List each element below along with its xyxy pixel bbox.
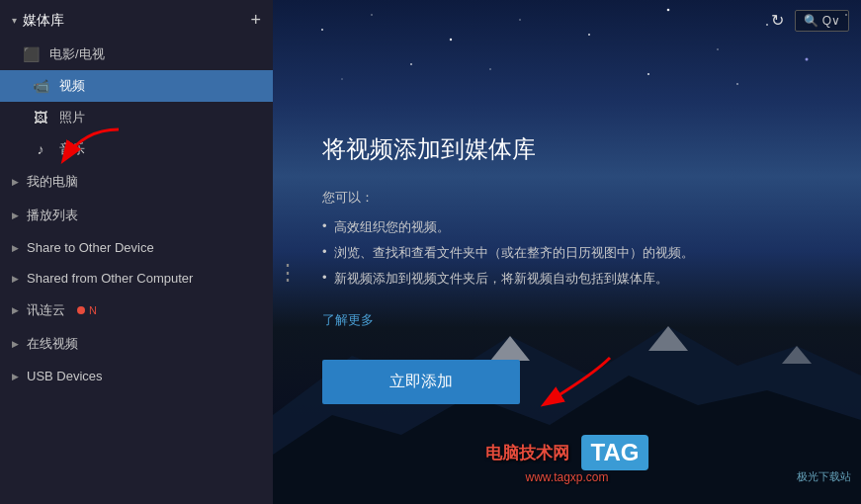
music-icon: ♪ — [32, 141, 49, 157]
watermark-overlay: 电脑技术网 TAG www.tagxp.com — [485, 435, 649, 484]
usb-devices-label: USB Devices — [27, 369, 103, 383]
sidebar-item-xunlian-yun[interactable]: ▶ 讯连云 N — [0, 294, 273, 327]
movies-tv-label: 电影/电视 — [49, 45, 105, 63]
feature-item-2: 浏览、查找和查看文件夹中（或在整齐的日历视图中）的视频。 — [322, 244, 812, 262]
my-computer-chevron-icon: ▶ — [12, 177, 19, 187]
media-library-label: 媒体库 — [23, 12, 64, 30]
watermark-site-name: 电脑技术网 — [485, 442, 569, 464]
feature-list: 高效组织您的视频。 浏览、查找和查看文件夹中（或在整齐的日历视图中）的视频。 新… — [322, 218, 812, 295]
add-media-button[interactable]: + — [250, 10, 261, 31]
search-box[interactable]: 🔍 Q∨ — [795, 10, 849, 32]
sidebar-header: ▾ 媒体库 + — [0, 0, 273, 39]
music-label: 音乐 — [59, 140, 85, 158]
videos-label: 视频 — [59, 77, 85, 95]
usb-devices-chevron-icon: ▶ — [12, 372, 19, 381]
playlist-chevron-icon: ▶ — [12, 210, 19, 220]
watermark-url: www.tagxp.com — [485, 470, 649, 484]
photos-icon: 🖼 — [32, 110, 49, 126]
shared-from-label: Shared from Other Computer — [27, 271, 193, 286]
right-watermark: 极光下载站 — [797, 469, 851, 484]
subtitle-label: 您可以： — [322, 189, 812, 207]
context-menu-dots[interactable]: ⋮ — [273, 252, 302, 294]
refresh-button[interactable]: ↻ — [768, 8, 787, 33]
button-row: 立即添加 — [322, 353, 812, 412]
playlist-label: 播放列表 — [27, 207, 78, 224]
sidebar-item-my-computer[interactable]: ▶ 我的电脑 — [0, 165, 273, 199]
sidebar-item-movies-tv[interactable]: ⬛ 电影/电视 — [0, 39, 273, 70]
sidebar-item-photos[interactable]: 🖼 照片 — [0, 102, 273, 133]
search-icon: 🔍 — [804, 14, 818, 28]
main-toolbar: ↻ 🔍 Q∨ — [273, 0, 861, 41]
xunlian-yun-label: 讯连云 — [27, 301, 65, 319]
sidebar-item-music[interactable]: ♪ 音乐 — [0, 133, 273, 165]
photos-label: 照片 — [59, 109, 85, 126]
sidebar-item-online-video[interactable]: ▶ 在线视频 — [0, 327, 273, 361]
online-video-label: 在线视频 — [27, 335, 78, 353]
watermark-tag-logo: TAG — [581, 435, 649, 470]
page-title: 将视频添加到媒体库 — [322, 133, 812, 165]
videos-icon: 📹 — [32, 78, 49, 94]
sidebar-header-left: ▾ 媒体库 — [12, 12, 64, 30]
notification-letter: N — [89, 304, 97, 316]
my-computer-label: 我的电脑 — [27, 173, 78, 191]
media-library-chevron-icon[interactable]: ▾ — [12, 15, 17, 26]
movies-tv-icon: ⬛ — [22, 46, 40, 62]
shared-from-chevron-icon: ▶ — [12, 274, 19, 284]
search-dropdown[interactable]: Q∨ — [822, 14, 840, 28]
main-content: ↻ 🔍 Q∨ ⋮ 将视频添加到媒体库 您可以： 高效组织您的视频。 浏览、查找和… — [273, 0, 861, 504]
sidebar-item-shared-from-other[interactable]: ▶ Shared from Other Computer — [0, 263, 273, 294]
add-now-button[interactable]: 立即添加 — [322, 360, 520, 404]
notification-badge — [77, 306, 85, 314]
sidebar-item-videos[interactable]: 📹 视频 — [0, 70, 273, 102]
share-to-other-label: Share to Other Device — [27, 240, 154, 255]
learn-more-link[interactable]: 了解更多 — [322, 311, 812, 329]
online-video-chevron-icon: ▶ — [12, 339, 19, 349]
button-arrow-annotation — [536, 353, 615, 412]
xunlian-yun-chevron-icon: ▶ — [12, 305, 19, 315]
feature-item-1: 高效组织您的视频。 — [322, 218, 812, 236]
sidebar-item-playlist[interactable]: ▶ 播放列表 — [0, 199, 273, 232]
share-to-other-chevron-icon: ▶ — [12, 243, 19, 253]
sidebar: ▾ 媒体库 + ⬛ 电影/电视 📹 视频 🖼 照片 ♪ 音乐 ▶ — [0, 0, 273, 504]
feature-item-3: 新视频添加到视频文件夹后，将新视频自动包括到媒体库。 — [322, 270, 812, 288]
sidebar-item-usb-devices[interactable]: ▶ USB Devices — [0, 361, 273, 391]
sidebar-item-share-to-other[interactable]: ▶ Share to Other Device — [0, 232, 273, 263]
